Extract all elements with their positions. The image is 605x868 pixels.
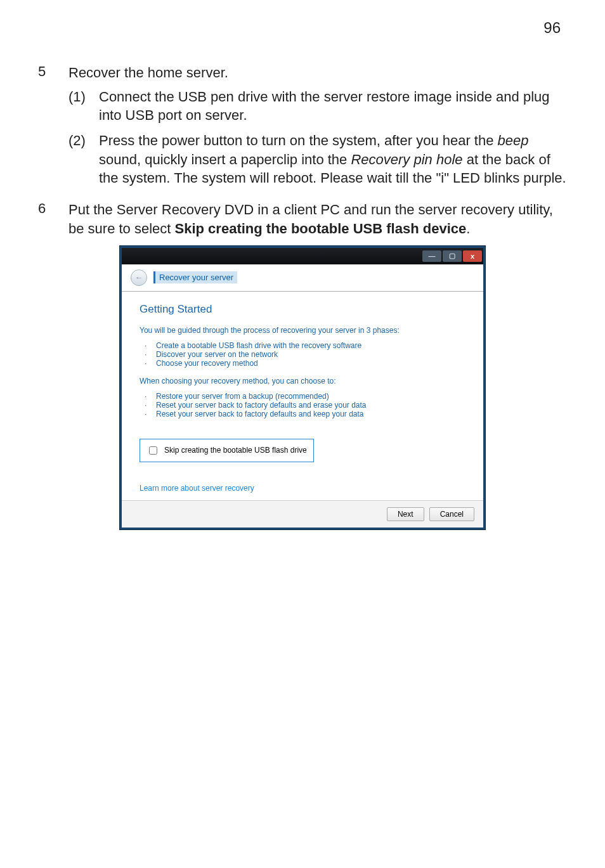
list-item: Reset your server back to factory defaul… <box>156 401 465 410</box>
list-item: Restore your server from a backup (recom… <box>156 392 465 401</box>
back-button[interactable]: ← <box>131 269 147 286</box>
step-lead: Recover the home server. <box>68 63 567 82</box>
maximize-button[interactable]: ▢ <box>443 250 462 262</box>
document-body: 5 Recover the home server. (1) Connect t… <box>38 63 567 529</box>
phases-intro: You will be guided through the process o… <box>140 326 465 335</box>
substep-text: Connect the USB pen drive with the serve… <box>99 87 567 125</box>
section-title: Getting Started <box>140 303 465 316</box>
minimize-button[interactable]: — <box>422 250 441 262</box>
choices-intro: When choosing your recovery method, you … <box>140 377 465 385</box>
learn-more-link[interactable]: Learn more about server recovery <box>140 484 465 493</box>
wizard-window: — ▢ x ← Recover your server Getting Star… <box>120 246 485 529</box>
step-6: 6 Put the Server Recovery DVD in a clien… <box>38 200 567 238</box>
list-item: Create a bootable USB flash drive with t… <box>156 341 465 350</box>
cancel-button[interactable]: Cancel <box>429 507 474 521</box>
step-5: 5 Recover the home server. (1) Connect t… <box>38 63 567 194</box>
next-button[interactable]: Next <box>387 507 424 521</box>
page-number: 96 <box>543 19 561 37</box>
substep-number: (2) <box>68 131 90 188</box>
substep-5-1: (1) Connect the USB pen drive with the s… <box>68 87 567 125</box>
step-number: 5 <box>38 63 51 194</box>
substep-5-2: (2) Press the power button to turn on th… <box>68 131 567 188</box>
skip-checkbox[interactable] <box>149 446 157 455</box>
wizard-body: Getting Started You will be guided throu… <box>122 292 483 500</box>
wizard-title: Recover your server <box>153 271 237 283</box>
list-item: Reset your server back to factory defaul… <box>156 410 465 418</box>
step-text: Put the Server Recovery DVD in a client … <box>68 200 567 238</box>
wizard-footer: Next Cancel <box>122 500 483 528</box>
skip-checkbox-group: Skip creating the bootable USB flash dri… <box>140 439 314 462</box>
phases-list: Create a bootable USB flash drive with t… <box>140 341 465 368</box>
close-button[interactable]: x <box>463 250 482 262</box>
step-number: 6 <box>38 200 51 238</box>
choices-list: Restore your server from a backup (recom… <box>140 392 465 418</box>
skip-label: Skip creating the bootable USB flash dri… <box>164 446 307 455</box>
list-item: Choose your recovery method <box>156 359 465 368</box>
arrow-left-icon: ← <box>135 273 143 282</box>
window-titlebar: — ▢ x <box>122 248 483 264</box>
wizard-header: ← Recover your server <box>122 264 483 292</box>
list-item: Discover your server on the network <box>156 350 465 359</box>
substep-text: Press the power button to turn on the sy… <box>99 131 567 188</box>
substep-number: (1) <box>68 87 90 125</box>
